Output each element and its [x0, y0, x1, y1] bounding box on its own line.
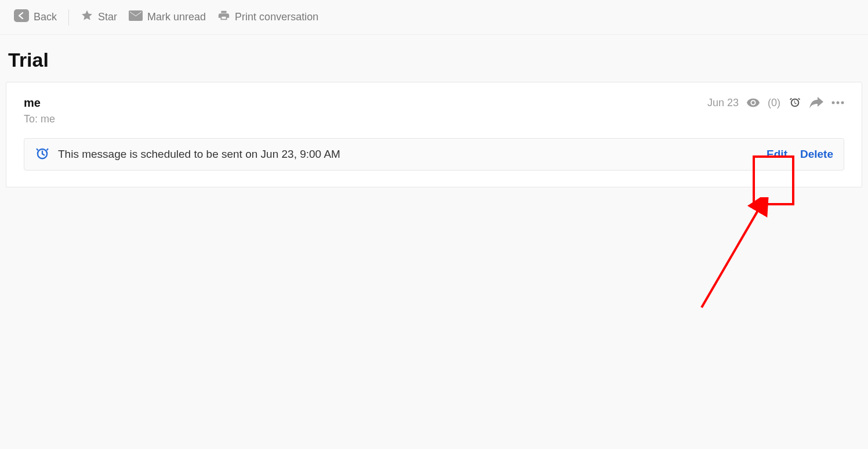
scheduled-actions: Edit Delete	[767, 148, 833, 161]
alarm-clock-icon	[35, 146, 50, 163]
star-icon	[81, 9, 93, 25]
printer-icon	[217, 9, 230, 25]
print-label: Print conversation	[235, 11, 318, 23]
views-count: (0)	[768, 97, 780, 109]
svg-point-3	[841, 102, 844, 104]
svg-point-1	[832, 102, 835, 104]
mark-unread-label: Mark unread	[147, 11, 206, 23]
views-icon[interactable]	[747, 98, 760, 107]
message-from: me	[24, 96, 55, 110]
svg-line-5	[702, 208, 760, 307]
toolbar: Back Star Mark unread Print conversation	[0, 0, 868, 35]
message-sender-block: me To: me	[24, 96, 55, 125]
message-date: Jun 23	[707, 97, 739, 109]
mark-unread-button[interactable]: Mark unread	[123, 7, 212, 27]
svg-rect-0	[14, 9, 29, 22]
message-to: To: me	[24, 113, 55, 125]
message-meta: Jun 23 (0)	[707, 96, 844, 109]
scheduled-bar: This message is scheduled to be sent on …	[24, 138, 844, 171]
scheduled-alarm-icon[interactable]	[789, 96, 801, 109]
svg-point-2	[837, 102, 840, 104]
forward-icon[interactable]	[809, 97, 823, 108]
scheduled-left: This message is scheduled to be sent on …	[35, 146, 340, 163]
scheduled-text: This message is scheduled to be sent on …	[58, 148, 340, 161]
message-card: me To: me Jun 23 (0)	[6, 82, 862, 187]
more-icon[interactable]	[831, 101, 844, 104]
back-button[interactable]: Back	[8, 6, 63, 28]
envelope-icon	[129, 10, 143, 24]
star-label: Star	[98, 11, 117, 23]
subject-title: Trial	[0, 35, 868, 82]
back-icon	[14, 9, 29, 25]
edit-button[interactable]: Edit	[767, 148, 787, 161]
back-label: Back	[34, 11, 57, 23]
delete-button[interactable]: Delete	[800, 148, 833, 161]
print-button[interactable]: Print conversation	[212, 6, 324, 28]
star-button[interactable]: Star	[75, 6, 123, 28]
annotation-arrow	[696, 197, 777, 313]
message-header: me To: me Jun 23 (0)	[24, 96, 844, 125]
toolbar-separator	[68, 9, 69, 26]
